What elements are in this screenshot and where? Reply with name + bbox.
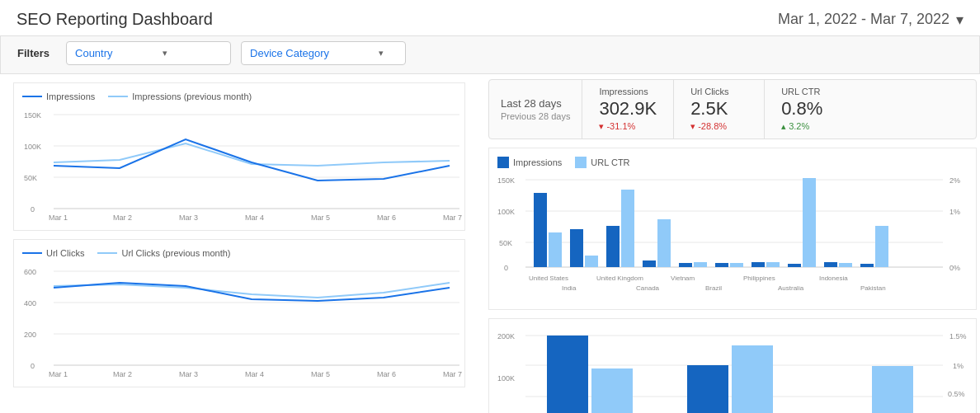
filters-label: Filters <box>17 47 49 59</box>
svg-text:Mar 6: Mar 6 <box>377 214 396 222</box>
dashboard: SEO Reporting Dashboard Mar 1, 2022 - Ma… <box>0 0 980 413</box>
url-clicks-legend: Url Clicks Url Clicks (previous month) <box>22 248 456 258</box>
svg-text:Canada: Canada <box>636 284 660 292</box>
url-clicks-stat-label: Url Clicks <box>690 87 747 96</box>
svg-text:0.5%: 0.5% <box>948 390 965 398</box>
svg-text:400: 400 <box>24 299 36 307</box>
svg-rect-44 <box>585 256 598 267</box>
right-panel: Last 28 days Previous 28 days Impression… <box>478 74 980 413</box>
svg-text:100K: 100K <box>24 143 41 151</box>
date-range-text: Mar 1, 2022 - Mar 7, 2022 <box>778 11 949 28</box>
legend-url-clicks: Url Clicks <box>22 248 84 258</box>
svg-text:Mar 3: Mar 3 <box>179 214 198 222</box>
svg-rect-54 <box>766 262 780 267</box>
svg-text:100K: 100K <box>497 374 515 382</box>
impressions-svg: 150K 100K 50K 0 Mar 1 Mar 2 Ma <box>22 106 468 222</box>
filters-bar: Filters Country ▾ Device Category ▾ <box>0 35 980 74</box>
svg-text:Vietnam: Vietnam <box>671 275 695 282</box>
impressions-legend: Impressions Impressions (previous month) <box>22 92 456 101</box>
url-clicks-chart: Url Clicks Url Clicks (previous month) 6… <box>13 239 465 387</box>
country-filter-label: Country <box>75 47 113 59</box>
svg-text:Mar 1: Mar 1 <box>49 214 68 222</box>
legend-country-impressions: Impressions <box>497 157 562 168</box>
svg-text:50K: 50K <box>499 239 512 247</box>
country-impressions-icon <box>497 157 509 168</box>
svg-text:1%: 1% <box>949 208 960 216</box>
svg-text:150K: 150K <box>497 176 515 185</box>
impressions-line-icon <box>22 96 42 97</box>
stats-card: Last 28 days Previous 28 days Impression… <box>488 79 977 139</box>
svg-text:0: 0 <box>31 205 35 214</box>
svg-text:0: 0 <box>31 362 35 370</box>
impressions-prev-legend-label: Impressions (previous month) <box>132 92 252 101</box>
url-clicks-prev-line-icon <box>97 252 117 254</box>
country-impressions-label: Impressions <box>513 157 562 167</box>
svg-text:Brazil: Brazil <box>705 284 722 292</box>
svg-rect-57 <box>824 262 837 267</box>
legend-country-ctr: URL CTR <box>575 157 629 168</box>
url-clicks-line-icon <box>22 252 42 254</box>
svg-text:Pakistan: Pakistan <box>860 284 886 292</box>
impressions-chart: Impressions Impressions (previous month)… <box>13 82 465 231</box>
legend-impressions: Impressions <box>22 92 95 101</box>
device-filter[interactable]: Device Category ▾ <box>241 41 406 65</box>
svg-text:Mar 2: Mar 2 <box>113 214 132 222</box>
svg-text:United States: United States <box>529 275 568 282</box>
device-filter-arrow: ▾ <box>379 48 384 59</box>
country-ctr-label: URL CTR <box>591 157 629 167</box>
url-clicks-legend-label: Url Clicks <box>46 248 84 258</box>
url-ctr-stat-value: 0.8% <box>781 98 839 120</box>
svg-rect-41 <box>534 193 547 267</box>
svg-text:1.5%: 1.5% <box>949 332 967 340</box>
svg-rect-43 <box>570 229 583 267</box>
svg-text:Mar 3: Mar 3 <box>179 370 198 378</box>
svg-text:0%: 0% <box>949 264 960 272</box>
svg-rect-53 <box>751 262 765 267</box>
svg-rect-52 <box>730 263 743 267</box>
svg-rect-85 <box>732 345 773 413</box>
svg-text:100K: 100K <box>497 208 515 216</box>
svg-rect-42 <box>549 232 562 267</box>
svg-rect-50 <box>694 262 707 267</box>
impressions-stat-change: ▾ -31.1% <box>599 121 657 132</box>
main-content: Impressions Impressions (previous month)… <box>0 74 980 413</box>
url-clicks-svg: 600 400 200 0 Mar 1 Mar 2 Mar <box>22 263 468 378</box>
stats-period-main: Last 28 days <box>501 97 570 110</box>
svg-rect-46 <box>621 190 634 267</box>
url-clicks-stat-value: 2.5K <box>690 98 747 120</box>
svg-rect-45 <box>606 226 620 267</box>
svg-text:600: 600 <box>24 268 36 276</box>
impressions-stat-value: 302.9K <box>599 98 657 120</box>
country-chart: Impressions URL CTR 150K 100K 50K 0 2% 1… <box>488 148 977 310</box>
url-clicks-stat-change: ▾ -28.8% <box>690 121 747 132</box>
svg-text:United Kingdom: United Kingdom <box>596 275 643 282</box>
svg-rect-82 <box>547 336 588 413</box>
stat-url-ctr: URL CTR 0.8% ▴ 3.2% <box>765 80 855 138</box>
svg-rect-49 <box>679 263 692 267</box>
country-filter[interactable]: Country ▾ <box>66 41 231 65</box>
legend-impressions-prev: Impressions (previous month) <box>108 92 252 101</box>
svg-rect-55 <box>788 264 801 267</box>
svg-rect-51 <box>715 263 728 267</box>
date-range[interactable]: Mar 1, 2022 - Mar 7, 2022 ▾ <box>778 11 964 29</box>
date-range-dropdown-icon[interactable]: ▾ <box>956 11 964 29</box>
svg-text:Philippines: Philippines <box>743 275 775 282</box>
svg-rect-87 <box>872 366 913 413</box>
svg-text:1%: 1% <box>953 362 964 370</box>
svg-text:200: 200 <box>24 331 36 339</box>
country-filter-arrow: ▾ <box>163 48 167 59</box>
svg-rect-58 <box>839 263 852 267</box>
country-ctr-icon <box>575 157 587 168</box>
svg-rect-56 <box>803 178 816 267</box>
stat-url-clicks: Url Clicks 2.5K ▾ -28.8% <box>674 80 765 138</box>
svg-rect-84 <box>687 365 728 413</box>
header: SEO Reporting Dashboard Mar 1, 2022 - Ma… <box>0 0 980 35</box>
dashboard-title: SEO Reporting Dashboard <box>16 10 213 29</box>
svg-text:200K: 200K <box>497 332 515 340</box>
url-clicks-prev-legend-label: Url Clicks (previous month) <box>121 248 230 258</box>
svg-text:Mar 4: Mar 4 <box>245 370 264 378</box>
left-panel: Impressions Impressions (previous month)… <box>0 74 478 413</box>
svg-rect-48 <box>657 219 671 267</box>
svg-rect-59 <box>860 264 874 267</box>
url-ctr-stat-change: ▴ 3.2% <box>781 121 839 132</box>
